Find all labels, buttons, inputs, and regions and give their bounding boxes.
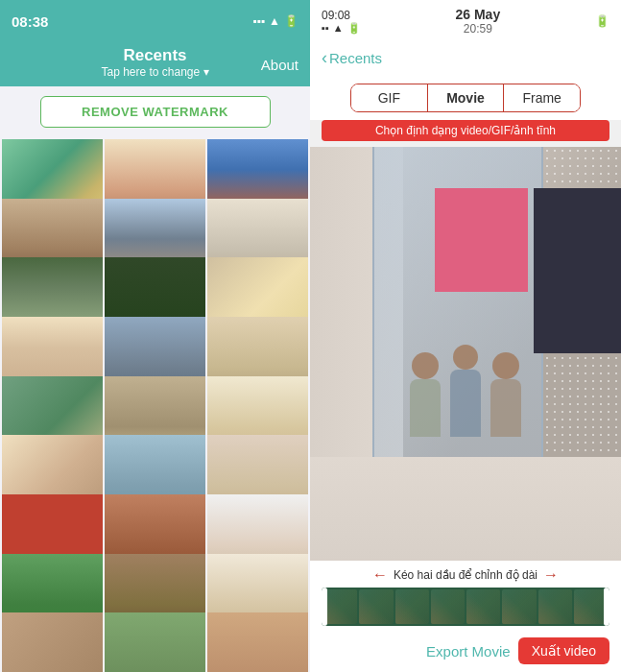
export-bar: Export Movie Xuất video [310, 630, 621, 672]
store-floor [310, 457, 621, 561]
filmstrip-frame [574, 589, 608, 624]
main-photo-background [310, 147, 621, 561]
filmstrip-left-handle[interactable] [322, 588, 327, 626]
battery-icon: 🔋 [284, 14, 299, 28]
left-status-bar: 08:38 ▪▪▪ ▲ 🔋 [0, 0, 310, 42]
store-pink-sign [435, 188, 528, 292]
right-date: 26 May [456, 7, 501, 22]
right-nav: ‹ Recents [310, 42, 621, 76]
right-wifi-icon: ▲ [333, 22, 344, 34]
right-status-icons: ▪▪ ▲ 🔋 [322, 22, 361, 35]
tap-change-subtitle: Tap here to change ▾ [101, 65, 208, 79]
chevron-left-icon: ‹ [322, 48, 327, 68]
person-3-body [490, 379, 521, 437]
person-2 [450, 345, 481, 437]
right-clock: 20:59 [456, 22, 501, 36]
filmstrip-frame [431, 589, 465, 624]
left-panel: 08:38 ▪▪▪ ▲ 🔋 Recents Tap here to change… [0, 0, 310, 672]
filmstrip-frame [323, 589, 357, 624]
person-3 [490, 352, 521, 437]
left-status-icons: ▪▪▪ ▲ 🔋 [252, 14, 299, 28]
trim-arrow-left-icon: ← [372, 566, 388, 584]
recents-title: Recents [101, 46, 208, 65]
filmstrip-frame [395, 589, 429, 624]
right-battery-icon: 🔋 [347, 22, 361, 35]
person-3-head [492, 352, 519, 379]
photo-cell[interactable] [207, 612, 308, 672]
trim-arrow-right-icon: → [543, 566, 559, 584]
remove-watermark-button[interactable]: REMOVE WATERMARK [40, 96, 271, 128]
person-1 [410, 352, 441, 437]
person-2-body [450, 370, 481, 437]
photo-cell[interactable] [2, 612, 103, 672]
movie-format-button[interactable]: Movie [428, 84, 505, 111]
filmstrip[interactable] [322, 588, 609, 626]
right-time: 09:08 [322, 9, 361, 22]
export-movie-button[interactable]: Export Movie [426, 643, 511, 660]
store-dark-sign [534, 188, 621, 353]
photo-cell[interactable] [105, 612, 205, 672]
gif-format-button[interactable]: GIF [351, 84, 428, 111]
right-status-left: 09:08 ▪▪ ▲ 🔋 [322, 9, 361, 35]
filmstrip-right-handle[interactable] [604, 588, 609, 626]
left-time: 08:38 [12, 13, 48, 30]
person-1-body [410, 379, 441, 437]
photo-grid [0, 137, 310, 672]
about-button[interactable]: About [261, 57, 299, 73]
person-1-head [412, 352, 439, 379]
format-selector: GIF Movie Frame [310, 76, 621, 120]
left-nav-title[interactable]: Recents Tap here to change ▾ [101, 46, 208, 79]
filmstrip-frame [502, 589, 536, 624]
left-nav: Recents Tap here to change ▾ About [0, 42, 310, 86]
right-status-center: 26 May 20:59 [456, 7, 501, 36]
person-2-head [453, 345, 478, 370]
filmstrip-frame [466, 589, 500, 624]
right-signal-icon: ▪▪ [322, 22, 329, 34]
people-silhouette [410, 345, 521, 437]
xuat-video-button[interactable]: Xuất video [518, 637, 609, 664]
trim-controls: ← Kéo hai dầu để chỉnh độ dài → [310, 561, 621, 630]
filmstrip-frame [538, 589, 572, 624]
wifi-icon: ▲ [269, 14, 280, 28]
format-buttons-group: GIF Movie Frame [350, 84, 581, 112]
trim-hint-text: Kéo hai dầu để chỉnh độ dài [394, 568, 537, 582]
frame-format-button[interactable]: Frame [504, 84, 580, 111]
back-label: Recents [329, 50, 382, 66]
right-battery-right: 🔋 [595, 14, 609, 28]
format-hint: Chọn định dạng video/GIF/ảnh tĩnh [322, 120, 609, 141]
trim-label: ← Kéo hai dầu để chỉnh độ dài → [322, 566, 609, 584]
signal-icon: ▪▪▪ [252, 14, 265, 28]
right-status-bar: 09:08 ▪▪ ▲ 🔋 26 May 20:59 🔋 [310, 0, 621, 42]
back-button[interactable]: ‹ Recents [322, 48, 382, 68]
right-panel: 09:08 ▪▪ ▲ 🔋 26 May 20:59 🔋 ‹ Recents GI… [310, 0, 621, 672]
main-photo-area [310, 147, 621, 561]
filmstrip-frame [359, 589, 393, 624]
